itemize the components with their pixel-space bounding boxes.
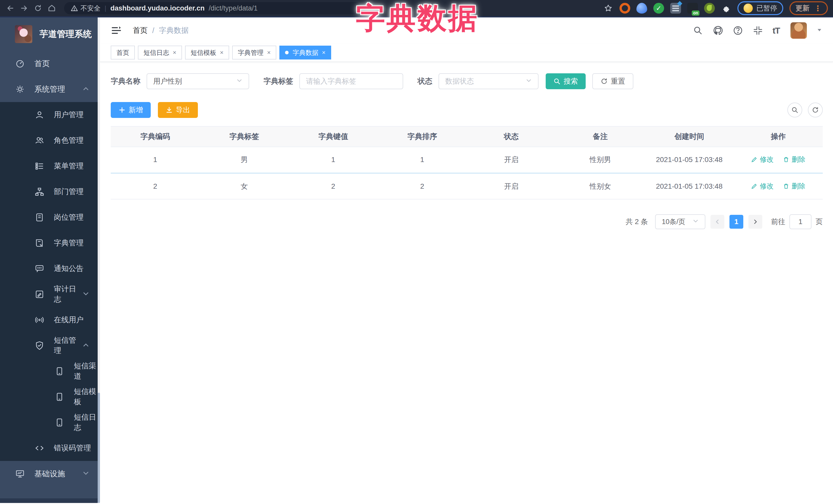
- user-avatar[interactable]: [790, 22, 807, 39]
- edit-link[interactable]: 修改: [751, 182, 774, 191]
- tab-label: 首页: [116, 48, 129, 57]
- reset-button[interactable]: 重置: [592, 73, 633, 89]
- sidebar-item-menus[interactable]: 菜单管理: [0, 153, 100, 179]
- sidebar-item-system[interactable]: 系统管理: [0, 76, 100, 102]
- browser-update-pill[interactable]: 更新 ⋮: [789, 1, 828, 15]
- avatar-caret-icon[interactable]: [816, 27, 822, 34]
- chevron-down-icon: [236, 77, 242, 86]
- sidebar-item-audit-log[interactable]: 审计日志: [0, 282, 100, 307]
- sidebar-item-dict[interactable]: 字典管理: [0, 230, 100, 256]
- delete-link[interactable]: 删除: [783, 182, 805, 191]
- sidebar-logo-row[interactable]: 芋道管理系统: [0, 18, 100, 51]
- add-button-label: 新增: [129, 105, 143, 115]
- sidebar-item-home[interactable]: 首页: [0, 51, 100, 76]
- bookmark-star-icon[interactable]: [603, 3, 613, 13]
- sidebar-item-label: 首页: [34, 58, 50, 69]
- sms-shield-icon: [35, 341, 44, 350]
- search-icon[interactable]: [693, 25, 703, 36]
- export-button[interactable]: 导出: [158, 102, 198, 118]
- tab-sms-log[interactable]: 短信日志 ×: [138, 46, 182, 59]
- status-select[interactable]: 数据状态: [438, 73, 539, 89]
- sidebar-item-label: 短信管理: [54, 335, 82, 356]
- forward-icon[interactable]: [19, 3, 29, 13]
- hamburger-icon[interactable]: [111, 25, 122, 36]
- chevron-up-icon: [82, 342, 89, 350]
- search-button[interactable]: 搜索: [546, 73, 586, 89]
- prev-page-button[interactable]: [711, 215, 724, 229]
- tab-dict-data[interactable]: 字典数据 ×: [279, 46, 331, 59]
- tab-dict-manage[interactable]: 字典管理 ×: [232, 46, 276, 59]
- sidebar-item-users[interactable]: 用户管理: [0, 102, 100, 128]
- fullscreen-icon[interactable]: [753, 25, 763, 36]
- tab-home[interactable]: 首页: [111, 46, 135, 59]
- sidebar-item-sms-channel[interactable]: 短信渠道: [0, 358, 100, 384]
- sidebar-item-depts[interactable]: 部门管理: [0, 179, 100, 205]
- add-button[interactable]: 新增: [111, 102, 151, 118]
- page-content: 字典名称 用户性别 字典标签 状态 数据状态: [100, 62, 833, 503]
- trash-icon: [783, 183, 789, 189]
- tab-close-icon[interactable]: ×: [173, 49, 176, 56]
- reload-icon[interactable]: [33, 3, 43, 13]
- sidebar-item-error-code[interactable]: 错误码管理: [0, 435, 100, 461]
- main-area: 首页 / 字典数据 tT: [100, 18, 833, 503]
- dict-label-input-wrap: [300, 73, 403, 89]
- goto-page-input[interactable]: [789, 214, 811, 229]
- sidebar-item-sms-log[interactable]: 短信日志: [0, 410, 100, 435]
- sidebar-item-posts[interactable]: 岗位管理: [0, 205, 100, 230]
- plus-icon: [118, 106, 125, 114]
- refresh-button[interactable]: [808, 102, 823, 117]
- extension-blue-drop-icon[interactable]: [636, 3, 647, 14]
- github-icon[interactable]: [713, 25, 723, 36]
- dict-name-select[interactable]: 用户性别: [147, 73, 249, 89]
- sidebar-bottom-strip: [0, 498, 98, 503]
- menu-list-icon: [35, 162, 44, 171]
- puzzle-extensions-icon[interactable]: [721, 3, 731, 13]
- extension-green-check-icon[interactable]: ✓: [653, 3, 664, 14]
- table-row: 1 男 1 1 开启 性别男 2021-01-05 17:03:48 修改: [111, 147, 823, 173]
- breadcrumb-home[interactable]: 首页: [133, 25, 148, 35]
- refresh-icon: [600, 78, 608, 85]
- gear-icon: [15, 85, 25, 94]
- page-number-button[interactable]: 1: [730, 215, 743, 229]
- tab-close-icon[interactable]: ×: [267, 49, 271, 56]
- font-size-icon[interactable]: tT: [772, 26, 780, 35]
- extension-green-icon[interactable]: [704, 3, 715, 14]
- tab-close-icon[interactable]: ×: [322, 49, 326, 56]
- edit-link[interactable]: 修改: [751, 155, 774, 164]
- app-frame: 芋道管理系统 首页 系统管理 用户管理 角色管理 菜单管理: [0, 18, 833, 503]
- sidebar-scrollbar-thumb[interactable]: [98, 393, 100, 503]
- next-page-button[interactable]: [748, 215, 762, 229]
- col-actions: 操作: [734, 126, 823, 147]
- sidebar-item-roles[interactable]: 角色管理: [0, 128, 100, 153]
- tab-close-icon[interactable]: ×: [220, 49, 223, 56]
- home-icon[interactable]: [47, 3, 57, 13]
- cell-sort: 2: [378, 173, 467, 199]
- sidebar-item-sms[interactable]: 短信管理: [0, 333, 100, 358]
- page-size-select[interactable]: 10条/页: [655, 214, 705, 229]
- sidebar-item-online-users[interactable]: 在线用户: [0, 307, 100, 333]
- cell-code: 2: [111, 173, 200, 199]
- tab-sms-template[interactable]: 短信模板 ×: [185, 46, 229, 59]
- export-button-label: 导出: [176, 105, 190, 115]
- chrome-menu-icon[interactable]: ⋮: [814, 4, 822, 13]
- back-icon[interactable]: [5, 3, 15, 13]
- cell-status: 开启: [467, 173, 556, 199]
- address-bar[interactable]: 不安全 | dashboard.yudao.iocoder.cn/dict/ty…: [64, 2, 361, 14]
- sidebar-item-label: 系统管理: [34, 84, 65, 95]
- help-icon[interactable]: [733, 25, 743, 36]
- extension-orange-icon[interactable]: [619, 3, 630, 14]
- sidebar-item-notice[interactable]: 通知公告: [0, 256, 100, 282]
- search-button-label: 搜索: [564, 76, 578, 86]
- delete-link[interactable]: 删除: [783, 155, 805, 164]
- sidebar-item-sms-template[interactable]: 短信模板: [0, 384, 100, 410]
- roles-icon: [35, 136, 44, 145]
- extension-stats-icon[interactable]: [670, 3, 681, 14]
- breadcrumb: 首页 / 字典数据: [133, 25, 189, 35]
- dict-label-input[interactable]: [306, 77, 397, 86]
- toggle-search-button[interactable]: [787, 102, 802, 117]
- profile-paused-pill[interactable]: 已暂停: [737, 1, 783, 15]
- cell-label: 男: [200, 147, 289, 173]
- sidebar-item-infrastructure[interactable]: 基础设施: [0, 461, 100, 486]
- monitor-icon: [15, 469, 25, 478]
- extension-dark-icon[interactable]: on: [687, 3, 698, 14]
